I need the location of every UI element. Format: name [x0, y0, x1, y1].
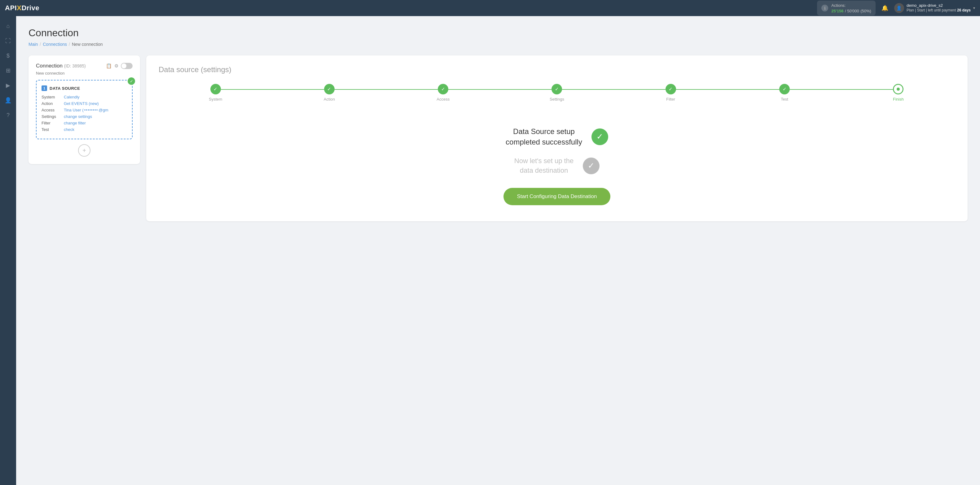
connection-id: (ID: 38985) — [64, 63, 86, 68]
content-area: Connection Main / Connections / New conn… — [16, 16, 980, 485]
ds-row-action: Action Get EVENTS (new) — [41, 101, 127, 106]
breadcrumb-current: New connection — [72, 42, 103, 47]
breadcrumb-main[interactable]: Main — [29, 42, 38, 47]
sidebar-item-home[interactable]: ⌂ — [2, 20, 14, 32]
step-action: ✓ Action — [272, 84, 386, 101]
step-label-finish: Finish — [893, 97, 904, 101]
step-test: ✓ Test — [727, 84, 841, 101]
ds-filter-value[interactable]: change filter — [64, 121, 86, 125]
settings-title: Data source (settings) — [159, 65, 955, 74]
connection-panel-header: Connection (ID: 38985) 📋 ⚙ — [36, 63, 133, 69]
start-configuring-button[interactable]: Start Configuring Data Destination — [503, 188, 611, 205]
sidebar-item-connections[interactable]: ⛶ — [2, 35, 14, 47]
step-finish: Finish — [842, 84, 955, 101]
success-row-primary: Data Source setupcompleted successfully … — [506, 126, 608, 147]
connection-title: Connection (ID: 38985) — [36, 63, 103, 69]
breadcrumb-connections[interactable]: Connections — [43, 42, 67, 47]
copy-icon[interactable]: 📋 — [106, 63, 112, 69]
breadcrumb: Main / Connections / New connection — [29, 42, 967, 47]
sidebar: ⌂ ⛶ $ ⊞ ▶ 👤 ? — [0, 16, 16, 485]
sidebar-item-integrations[interactable]: ⊞ — [2, 64, 14, 77]
ds-title: DATA SOURCE — [49, 86, 80, 91]
step-label-test: Test — [781, 97, 788, 101]
ds-settings-value[interactable]: change settings — [64, 114, 92, 119]
settings-icon[interactable]: ⚙ — [115, 63, 118, 69]
actions-info: ℹ Actions: 25'156 / 50'000 (50%) — [817, 1, 876, 16]
logo-text: APIXDrive — [5, 4, 39, 12]
sidebar-item-billing[interactable]: $ — [2, 49, 14, 62]
success-text-secondary: Now let's set up thedata destination — [514, 156, 573, 176]
add-connection-button[interactable]: + — [78, 144, 91, 157]
steps-row: ✓ System ✓ Action ✓ Access — [159, 84, 955, 101]
chevron-down-icon: ▾ — [973, 6, 975, 10]
step-label-access: Access — [437, 97, 450, 101]
connection-panel: Connection (ID: 38985) 📋 ⚙ New connectio… — [29, 55, 140, 164]
step-settings: ✓ Settings — [500, 84, 614, 101]
card-check-icon: ✓ — [128, 78, 135, 85]
step-circle-filter: ✓ — [665, 84, 676, 94]
enable-toggle[interactable] — [121, 63, 133, 69]
success-text-primary: Data Source setupcompleted successfully — [506, 126, 582, 147]
step-circle-settings: ✓ — [552, 84, 562, 94]
success-check-grey: ✓ — [583, 157, 600, 174]
step-filter: ✓ Filter — [614, 84, 727, 101]
data-source-card: ✓ 1 DATA SOURCE System Calendly Action G… — [36, 80, 133, 139]
step-access: ✓ Access — [387, 84, 500, 101]
step-system: ✓ System — [159, 84, 272, 101]
logo: APIXDrive — [5, 4, 39, 12]
ds-test-value[interactable]: check — [64, 127, 74, 132]
step-circle-action: ✓ — [324, 84, 335, 94]
step-circle-finish — [893, 84, 904, 94]
ds-action-value[interactable]: Get EVENTS (new) — [64, 101, 99, 106]
step-circle-system: ✓ — [210, 84, 221, 94]
step-circle-access: ✓ — [438, 84, 448, 94]
step-label-settings: Settings — [550, 97, 564, 101]
connection-icons: 📋 ⚙ — [106, 63, 133, 69]
ds-row-filter: Filter change filter — [41, 121, 127, 125]
actions-used: 25'156 — [831, 9, 843, 13]
sidebar-item-help[interactable]: ? — [2, 109, 14, 121]
ds-access-value[interactable]: Tina User (••••••••@gm — [64, 108, 108, 113]
ds-row-system: System Calendly — [41, 95, 127, 99]
success-section: Data Source setupcompleted successfully … — [159, 120, 955, 211]
step-label-filter: Filter — [666, 97, 675, 101]
user-menu[interactable]: 👤 demo_apix-drive_s2 Plan | Start | left… — [894, 3, 975, 13]
ds-row-test: Test check — [41, 127, 127, 132]
main-layout: ⌂ ⛶ $ ⊞ ▶ 👤 ? Connection Main / Connecti… — [0, 16, 980, 485]
avatar: 👤 — [894, 3, 904, 13]
step-label-action: Action — [324, 97, 335, 101]
panels-row: Connection (ID: 38985) 📋 ⚙ New connectio… — [29, 55, 967, 221]
sidebar-item-tutorial[interactable]: ▶ — [2, 79, 14, 92]
notifications-bell[interactable]: 🔔 — [879, 3, 891, 14]
step-circle-test: ✓ — [779, 84, 790, 94]
plan-info: Plan | Start | left until payment 26 day… — [907, 8, 971, 13]
success-row-secondary: Now let's set up thedata destination ✓ — [514, 156, 600, 176]
ds-row-settings: Settings change settings — [41, 114, 127, 119]
step-label-system: System — [209, 97, 222, 101]
sidebar-item-profile[interactable]: 👤 — [2, 94, 14, 106]
ds-number: 1 — [41, 86, 47, 91]
settings-panel: Data source (settings) ✓ System ✓ Action — [146, 55, 967, 221]
actions-total: 50'000 — [847, 9, 859, 13]
actions-label: Actions: 25'156 / 50'000 (50%) — [831, 3, 871, 14]
username: demo_apix-drive_s2 — [907, 3, 971, 8]
logo-x: X — [17, 4, 21, 12]
info-icon: ℹ — [821, 5, 828, 11]
connection-label: New connection — [36, 71, 133, 76]
ds-row-access: Access Tina User (••••••••@gm — [41, 108, 127, 113]
page-title: Connection — [29, 27, 967, 39]
actions-pct: (50%) — [861, 9, 871, 13]
ds-system-value[interactable]: Calendly — [64, 95, 80, 99]
success-check-green: ✓ — [592, 128, 608, 145]
topbar: APIXDrive ℹ Actions: 25'156 / 50'000 (50… — [0, 0, 980, 16]
